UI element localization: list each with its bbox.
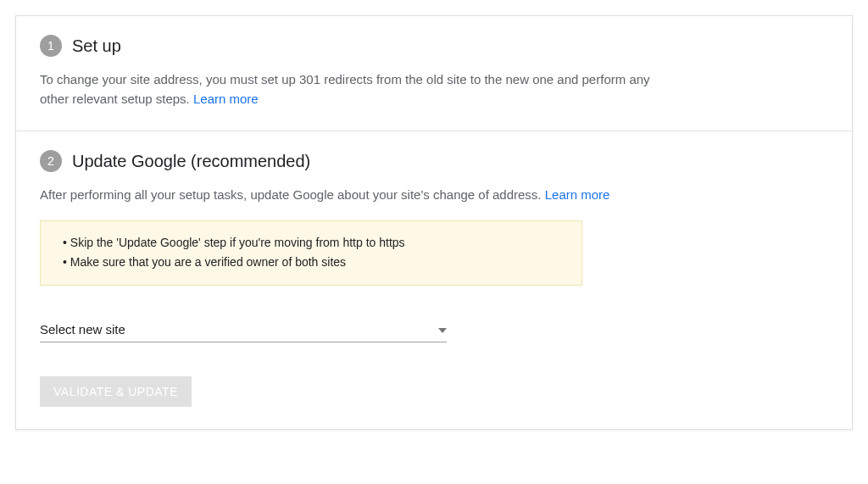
step-body: After performing all your setup tasks, u… <box>40 186 667 205</box>
step-number-badge: 2 <box>40 150 62 172</box>
select-new-site-dropdown[interactable]: Select new site <box>40 316 447 342</box>
step-header: 2 Update Google (recommended) <box>40 150 828 172</box>
step-body: To change your site address, you must se… <box>40 70 667 108</box>
note-item: Make sure that you are a verified owner … <box>63 253 565 273</box>
select-label: Select new site <box>40 322 125 337</box>
step-setup-section: 1 Set up To change your site address, yo… <box>16 16 852 131</box>
learn-more-link[interactable]: Learn more <box>193 92 259 106</box>
step-number-badge: 1 <box>40 35 62 57</box>
step-description: After performing all your setup tasks, u… <box>40 187 542 202</box>
info-note-box: Skip the 'Update Google' step if you're … <box>40 220 582 287</box>
change-address-card: 1 Set up To change your site address, yo… <box>15 15 853 430</box>
chevron-down-icon <box>438 321 447 337</box>
step-description: To change your site address, you must se… <box>40 72 650 106</box>
step-update-google-section: 2 Update Google (recommended) After perf… <box>16 131 852 429</box>
step-title: Set up <box>72 36 121 56</box>
learn-more-link[interactable]: Learn more <box>545 187 610 202</box>
step-title: Update Google (recommended) <box>72 152 310 171</box>
validate-update-button[interactable]: VALIDATE & UPDATE <box>40 376 192 407</box>
action-row: VALIDATE & UPDATE <box>40 376 828 407</box>
step-header: 1 Set up <box>40 35 828 57</box>
note-item: Skip the 'Update Google' step if you're … <box>63 233 565 253</box>
